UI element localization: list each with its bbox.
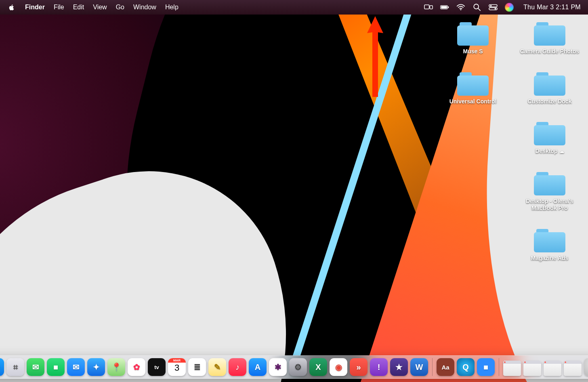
desktop-folder[interactable]: Muse S (457, 22, 489, 55)
universal-control-icon[interactable] (424, 3, 433, 12)
desktop-folder[interactable]: Camera Guide Photos (520, 22, 579, 55)
folder-label: Desktop ☁︎ (535, 148, 564, 155)
menu-window[interactable]: Window (133, 4, 156, 11)
dock-app-messages[interactable]: ✉︎ (27, 358, 44, 376)
desktop-folder[interactable]: Desktop ☁︎ (534, 122, 565, 155)
dock-divider (499, 358, 499, 376)
dock-minimized-window[interactable] (503, 361, 521, 376)
dock-trash[interactable] (584, 358, 588, 376)
dock-app-todoist[interactable]: » (350, 358, 368, 376)
menu-help[interactable]: Help (165, 4, 178, 11)
svg-rect-1 (430, 6, 433, 9)
folder-label: Camera Guide Photos (520, 48, 579, 55)
folder-label: Magazine Ads (531, 255, 569, 262)
dock-app-calendar[interactable]: MAR3 (168, 358, 186, 376)
svg-line-7 (478, 8, 480, 10)
dock-app-imovie[interactable]: ★ (390, 358, 408, 376)
folder-icon (534, 172, 565, 195)
svg-point-11 (495, 8, 496, 10)
dock-app-notes[interactable]: ✎ (208, 358, 226, 376)
desktop-folder[interactable]: Universal Control (449, 72, 497, 105)
menu-edit[interactable]: Edit (73, 4, 84, 11)
dock-minimized-window[interactable] (523, 361, 541, 376)
dock-app-mail[interactable]: ✉︎ (67, 358, 85, 376)
dock-app-dictionary[interactable]: Aa (437, 358, 454, 376)
svg-rect-3 (441, 6, 447, 8)
dock-app-maps[interactable]: 📍 (107, 358, 125, 376)
dock-app-word[interactable]: W (410, 358, 428, 376)
svg-rect-4 (448, 6, 449, 8)
dock-app-onenote[interactable]: ! (370, 358, 388, 376)
menubar-datetime[interactable]: Thu Mar 3 2:11 PM (523, 4, 581, 11)
folder-icon (457, 22, 489, 46)
dock-app-photos[interactable]: ✿ (128, 358, 145, 376)
dock-app-excel[interactable]: X (309, 358, 327, 376)
apple-menu-icon[interactable] (7, 3, 16, 12)
folder-label: Desktop - Olena's MacBook Pro (519, 198, 580, 212)
active-app-name[interactable]: Finder (25, 4, 45, 11)
folder-icon (534, 72, 565, 96)
dock-app-safari[interactable]: ✦ (87, 358, 105, 376)
dock-app-music[interactable]: ♪ (229, 358, 246, 376)
folder-label: Customize Dock (528, 98, 572, 105)
control-center-icon[interactable] (489, 3, 498, 12)
folder-icon (534, 22, 565, 46)
dock-divider (432, 358, 433, 376)
dock-app-reminders[interactable]: ≣ (188, 358, 206, 376)
desktop-folder[interactable]: Magazine Ads (531, 229, 569, 262)
dock-app-finder[interactable]: 🙂 (0, 358, 4, 376)
dock-app-appstore[interactable]: A (249, 358, 267, 376)
desktop-folder[interactable]: Desktop - Olena's MacBook Pro (519, 172, 580, 212)
menu-view[interactable]: View (93, 4, 107, 11)
dock-app-chrome[interactable]: ◉ (330, 358, 347, 376)
menu-file[interactable]: File (54, 4, 64, 11)
dock-app-facetime[interactable]: ■ (47, 358, 65, 376)
menu-bar: Finder File Edit View Go Window Help Thu… (0, 0, 588, 15)
svg-rect-0 (424, 5, 429, 9)
folder-icon (534, 122, 565, 145)
dock-app-zoom[interactable]: ■ (477, 358, 495, 376)
dock: 🙂⌗✉︎■✉︎✦📍✿tvMAR3≣✎♪A✱⚙︎X◉»!★W AaQ■ (0, 355, 588, 379)
svg-point-5 (460, 9, 461, 10)
battery-icon[interactable] (440, 3, 449, 12)
folder-icon (457, 72, 489, 96)
dock-app-quicktime[interactable]: Q (457, 358, 475, 376)
dock-app-appletv[interactable]: tv (148, 358, 166, 376)
wifi-icon[interactable] (456, 3, 465, 12)
dock-app-settings[interactable]: ⚙︎ (289, 358, 307, 376)
siri-icon[interactable] (505, 3, 514, 12)
desktop-icons-area: Muse SUniversal Control Camera Guide Pho… (443, 22, 580, 262)
menu-go[interactable]: Go (116, 4, 124, 11)
dock-app-slack[interactable]: ✱ (269, 358, 287, 376)
folder-icon (534, 229, 565, 252)
dock-minimized-window[interactable] (564, 361, 582, 376)
spotlight-icon[interactable] (472, 3, 481, 12)
folder-label: Muse S (463, 48, 483, 55)
svg-point-9 (490, 5, 492, 7)
dock-app-launchpad[interactable]: ⌗ (6, 358, 24, 376)
dock-minimized-window[interactable] (544, 361, 561, 376)
folder-label: Universal Control (449, 98, 497, 105)
desktop-folder[interactable]: Customize Dock (528, 72, 572, 105)
